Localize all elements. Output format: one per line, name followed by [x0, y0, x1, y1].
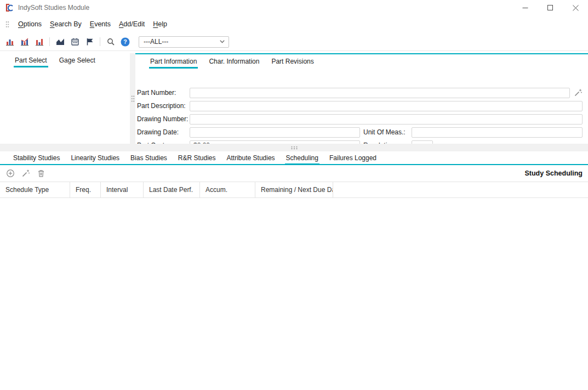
app-window: { "window": { "title": "IndySoft Studies… [0, 0, 588, 390]
tab-failures-logged-label: Failures Logged [329, 154, 376, 162]
toolbar-separator [100, 37, 100, 46]
tab-scheduling[interactable]: Scheduling [281, 151, 324, 164]
splitter-grip-icon [131, 95, 135, 103]
tab-part-revisions[interactable]: Part Revisions [265, 54, 319, 69]
part-number-label: Part Number: [137, 89, 190, 97]
svg-text:?: ? [123, 38, 127, 45]
tab-stability-studies[interactable]: Stability Studies [8, 151, 65, 164]
menu-bar: Options Search By Events Add/Edit Help [0, 15, 588, 33]
tab-char-information[interactable]: Char. Information [203, 54, 265, 69]
maximize-button[interactable] [538, 0, 563, 15]
filter-dropdown[interactable]: ---ALL--- [139, 36, 229, 48]
titlebar: IndySoft Studies Module [0, 0, 588, 15]
tab-part-information-label: Part Information [150, 58, 197, 65]
toolbar-separator [49, 37, 50, 46]
horizontal-splitter[interactable] [0, 144, 588, 151]
drawing-date-input[interactable] [190, 127, 360, 138]
content-area: Part Select Gage Select Part Information… [0, 53, 588, 390]
tab-char-information-label: Char. Information [209, 58, 259, 65]
drawing-date-row: Drawing Date: Unit Of Meas.: [137, 127, 584, 138]
part-number-row: Part Number: [137, 87, 584, 98]
scheduling-grid-body[interactable] [0, 199, 588, 390]
add-icon[interactable] [5, 169, 15, 178]
tab-failures-logged[interactable]: Failures Logged [324, 151, 382, 164]
scheduling-toolbar: Study Scheduling [0, 165, 588, 182]
left-panel-tabs: Part Select Gage Select [0, 53, 130, 67]
menu-help[interactable]: Help [153, 20, 167, 28]
studies-section: Stability Studies Linearity Studies Bias… [0, 151, 588, 390]
unit-of-meas-label: Unit Of Meas.: [363, 128, 412, 136]
studies-tabs: Stability Studies Linearity Studies Bias… [0, 151, 588, 165]
tab-part-information[interactable]: Part Information [144, 54, 203, 69]
part-info-panel: Part Information Char. Information Part … [135, 53, 588, 144]
window-title: IndySoft Studies Module [18, 4, 89, 12]
part-description-label: Part Description: [137, 102, 190, 110]
menu-search-by[interactable]: Search By [50, 20, 82, 28]
main-toolbar: ? ---ALL--- [0, 33, 588, 51]
drawing-number-label: Drawing Number: [137, 115, 190, 123]
column-header-freq[interactable]: Freq. [70, 182, 101, 197]
column-header-schedule-type[interactable]: Schedule Type [0, 182, 70, 197]
part-info-tabs: Part Information Char. Information Part … [135, 54, 588, 69]
scheduling-grid-header: Schedule Type Freq. Interval Last Date P… [0, 182, 588, 198]
menu-options[interactable]: Options [18, 20, 42, 28]
window-controls [512, 0, 588, 15]
part-description-input[interactable] [190, 101, 583, 111]
help-icon[interactable]: ? [121, 37, 130, 47]
part-select-panel: Part Select Gage Select [0, 53, 130, 144]
section-title: Study Scheduling [524, 169, 584, 177]
tab-rr-studies[interactable]: R&R Studies [173, 151, 221, 164]
wand-icon[interactable] [21, 169, 30, 178]
close-button[interactable] [563, 0, 588, 15]
tab-part-select-label: Part Select [15, 56, 47, 64]
column-header-remaining-next-due[interactable]: Remaining / Next Due Date [255, 182, 333, 197]
menu-events[interactable]: Events [90, 20, 111, 28]
minimize-button[interactable] [512, 0, 538, 15]
tab-linearity-studies[interactable]: Linearity Studies [65, 151, 125, 164]
drawing-date-label: Drawing Date: [137, 128, 190, 136]
chevron-down-icon [220, 40, 225, 43]
menu-add-edit[interactable]: Add/Edit [119, 20, 145, 28]
tab-linearity-studies-label: Linearity Studies [71, 154, 119, 162]
search-icon[interactable] [106, 37, 115, 47]
tab-part-select[interactable]: Part Select [9, 53, 53, 67]
menu-grip-icon[interactable] [5, 21, 9, 28]
vertical-splitter[interactable] [130, 53, 135, 144]
tab-rr-studies-label: R&R Studies [178, 154, 216, 162]
tab-bias-studies-label: Bias Studies [130, 154, 167, 162]
calendar-icon[interactable] [70, 37, 79, 47]
wand-icon[interactable] [574, 88, 583, 97]
tab-part-revisions-label: Part Revisions [271, 58, 313, 65]
drawing-number-row: Drawing Number: [137, 114, 584, 125]
part-number-input[interactable] [190, 88, 570, 98]
tab-attribute-studies-label: Attribute Studies [227, 154, 275, 162]
part-description-row: Part Description: [137, 100, 584, 111]
column-header-last-date-perf[interactable]: Last Date Perf. [144, 182, 200, 197]
bar-chart-trend-icon[interactable] [20, 37, 29, 47]
bar-chart-icon-2[interactable] [35, 37, 44, 47]
column-header-accum[interactable]: Accum. [200, 182, 255, 197]
flag-icon[interactable] [85, 37, 94, 47]
column-header-interval[interactable]: Interval [101, 182, 144, 197]
delete-icon[interactable] [36, 169, 45, 178]
unit-of-meas-input[interactable] [412, 127, 583, 138]
drawing-number-input[interactable] [190, 114, 583, 125]
tab-gage-select-label: Gage Select [59, 56, 95, 64]
splitter-grip-icon [290, 146, 298, 150]
area-chart-icon[interactable] [55, 37, 65, 47]
part-info-form: Part Number: Part Description: Drawing N… [135, 69, 588, 144]
tab-scheduling-label: Scheduling [286, 154, 318, 162]
tab-bias-studies[interactable]: Bias Studies [125, 151, 173, 164]
app-icon [4, 3, 14, 13]
tab-gage-select[interactable]: Gage Select [53, 53, 101, 67]
tab-stability-studies-label: Stability Studies [13, 154, 60, 162]
part-select-list[interactable] [0, 67, 130, 144]
bar-chart-icon-1[interactable] [5, 37, 14, 47]
filter-dropdown-value: ---ALL--- [144, 38, 168, 46]
tab-attribute-studies[interactable]: Attribute Studies [221, 151, 281, 164]
